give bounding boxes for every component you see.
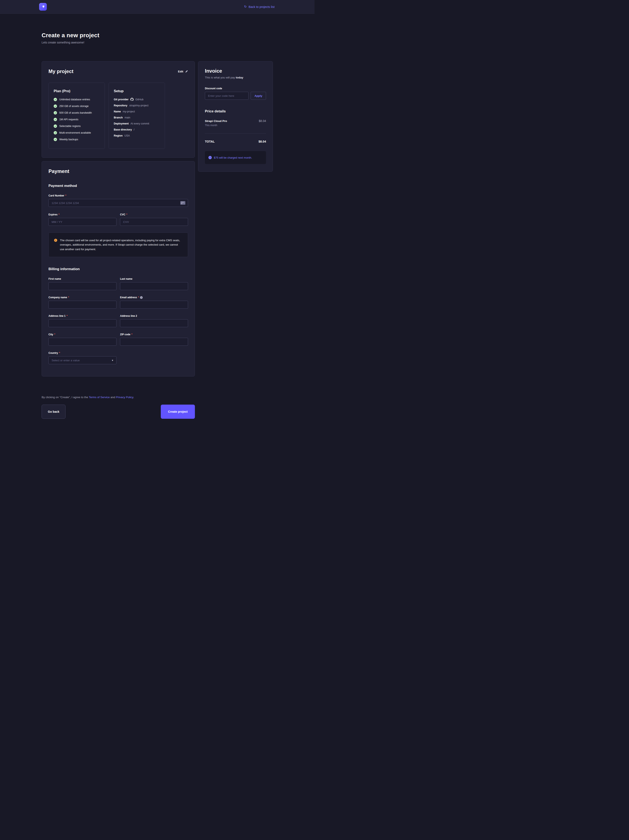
- price-line-item: Strapi Cloud Pro $8.04: [205, 119, 266, 123]
- email-input[interactable]: [120, 301, 188, 309]
- required-asterisk: *: [65, 194, 66, 197]
- warning-text: The chosen card will be used for all pro…: [60, 238, 183, 251]
- total-row: TOTAL $8.04: [205, 140, 266, 143]
- my-project-card: My project Edit Plan (Pro): [42, 61, 195, 158]
- invoice-subtitle: This is what you will pay today: [205, 76, 266, 79]
- plan-feature: 500 GB of assets bandwidth: [54, 111, 99, 114]
- field-email: Email address*: [120, 296, 188, 309]
- required-asterisk: *: [58, 213, 60, 216]
- company-name-input[interactable]: [49, 301, 117, 309]
- go-back-button[interactable]: Go back: [42, 404, 66, 419]
- apply-discount-button[interactable]: Apply: [251, 92, 266, 100]
- setup-row: Repository strapi/my-project: [114, 104, 160, 107]
- setup-row: Deployment At every commit: [114, 122, 160, 125]
- plan-feature: Unlimited database entries: [54, 98, 99, 101]
- back-to-projects-link[interactable]: ↻ Back to projects list: [244, 5, 275, 8]
- required-asterisk: *: [126, 213, 127, 216]
- setup-box: Setup Git provider GitHub Repository: [109, 83, 165, 149]
- card-number-input[interactable]: [49, 199, 188, 207]
- required-asterisk: *: [138, 296, 139, 299]
- create-project-button[interactable]: Create project: [161, 404, 195, 419]
- required-asterisk: *: [59, 352, 60, 354]
- setup-row-git-provider: Git provider GitHub: [114, 98, 160, 101]
- field-last-name: Last name: [120, 278, 188, 290]
- strapi-logo-icon[interactable]: [39, 3, 47, 11]
- plan-feature: 1M API requests: [54, 118, 99, 121]
- last-name-input[interactable]: [120, 282, 188, 290]
- expires-label: Expires*: [49, 213, 117, 216]
- invoice-title: Invoice: [205, 68, 266, 74]
- privacy-policy-link[interactable]: Privacy Policy: [116, 396, 133, 399]
- cvc-label: CVC*: [120, 213, 188, 216]
- edit-label: Edit: [178, 70, 183, 73]
- plan-box: Plan (Pro) Unlimited database entries 25…: [49, 83, 105, 149]
- chevron-down-icon: ▼: [112, 359, 114, 362]
- billing-title: Billing information: [49, 267, 188, 271]
- required-asterisk: *: [131, 333, 132, 336]
- address-line-2-input[interactable]: [120, 319, 188, 327]
- card-number-label: Card Number*: [49, 194, 188, 197]
- github-icon: [131, 98, 134, 101]
- field-city: City*: [49, 333, 117, 346]
- field-address-2: Address line 2: [120, 314, 188, 327]
- field-address-1: Address line 1*: [49, 314, 117, 327]
- expires-input[interactable]: [49, 218, 117, 226]
- field-zip: ZIP code*: [120, 333, 188, 346]
- next-month-note: $75 will be charged next month.: [205, 151, 266, 164]
- plan-feature: Weekly backups: [54, 138, 99, 141]
- price-details-title: Price details: [205, 109, 266, 114]
- setup-title: Setup: [114, 89, 160, 93]
- price-line-period: This month: [205, 124, 266, 127]
- field-company-name: Company name*: [49, 296, 117, 309]
- country-select-placeholder: Select or enter a value: [52, 359, 80, 362]
- zip-code-input[interactable]: [120, 338, 188, 346]
- field-first-name: First name: [49, 278, 117, 290]
- check-circle-icon: [54, 111, 57, 114]
- invoice-divider: [205, 133, 266, 134]
- terms-of-service-link[interactable]: Terms of Service: [89, 396, 110, 399]
- credit-card-icon: [180, 201, 185, 205]
- check-circle-icon: [54, 118, 57, 121]
- footer-actions: Go back Create project: [42, 404, 195, 448]
- required-asterisk: *: [68, 296, 69, 299]
- card-usage-warning: The chosen card will be used for all pro…: [49, 232, 188, 257]
- discount-code-input[interactable]: [205, 92, 249, 100]
- back-link-label: Back to projects list: [249, 5, 274, 8]
- setup-row: Region USA: [114, 134, 160, 137]
- plan-feature: Multi-environment available: [54, 131, 99, 134]
- left-column: My project Edit Plan (Pro): [42, 61, 195, 376]
- city-input[interactable]: [49, 338, 117, 346]
- field-country: Country* Select or enter a value ▼: [49, 352, 117, 364]
- required-asterisk: *: [66, 314, 68, 317]
- check-circle-icon: [54, 125, 57, 128]
- terms-line: By clicking on "Create", I agree to the …: [42, 396, 273, 399]
- first-name-input[interactable]: [49, 282, 117, 290]
- edit-project-button[interactable]: Edit: [178, 70, 188, 73]
- setup-row: Base directory /: [114, 128, 160, 131]
- payment-method-title: Payment method: [49, 184, 188, 188]
- country-select[interactable]: Select or enter a value ▼: [49, 356, 117, 364]
- info-icon: [208, 156, 212, 159]
- plan-feature: 250 GB of assets storage: [54, 104, 99, 108]
- payment-card: Payment Payment method Card Number*: [42, 161, 195, 376]
- page-subtitle: Lets create something awesome!: [42, 41, 273, 44]
- check-circle-icon: [54, 104, 57, 108]
- check-circle-icon: [54, 138, 57, 141]
- address-line-1-input[interactable]: [49, 319, 117, 327]
- pencil-icon: [185, 70, 188, 73]
- discount-code-label: Discount code: [205, 87, 266, 90]
- payment-title: Payment: [49, 168, 188, 174]
- check-circle-icon: [54, 98, 57, 101]
- cvc-input[interactable]: [120, 218, 188, 226]
- plan-feature: Selectable regions: [54, 125, 99, 128]
- check-circle-icon: [54, 131, 57, 134]
- page-body: Create a new project Lets create somethi…: [0, 14, 314, 448]
- warning-icon: [54, 239, 57, 242]
- next-month-note-text: $75 will be charged next month.: [214, 156, 252, 159]
- my-project-title: My project: [49, 68, 73, 74]
- invoice-card: Invoice This is what you will pay today …: [198, 61, 273, 172]
- required-asterisk: *: [54, 333, 55, 336]
- setup-row: Name my-project: [114, 110, 160, 113]
- email-info-icon[interactable]: [140, 296, 143, 299]
- back-arrow-icon: ↻: [244, 5, 247, 8]
